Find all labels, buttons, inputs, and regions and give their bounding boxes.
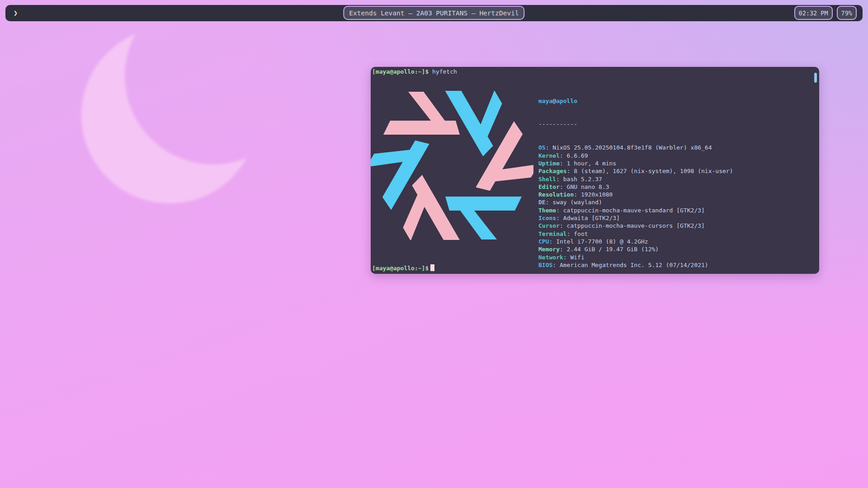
fetch-info-label: OS: [538, 144, 546, 151]
nixos-logo: [371, 91, 533, 240]
battery-module[interactable]: 79%: [837, 6, 857, 20]
chevron-right-icon[interactable]: ❯: [14, 5, 18, 21]
status-bar: ❯ Extends Levant – 2A03 PURITANS – Hertz…: [5, 5, 863, 21]
fetch-info-row: Shell: bash 5.2.37: [538, 175, 733, 183]
fetch-info-row: DE: sway (wayland): [538, 198, 733, 206]
fetch-info-label: Network: [538, 254, 563, 261]
fetch-info-label: Uptime: [538, 160, 560, 167]
fetch-info-label: CPU: [538, 238, 549, 245]
fetch-info-value: : GNU nano 8.3: [560, 183, 609, 190]
fetch-info-row: Icons: Adwaita [GTK2/3]: [538, 214, 733, 222]
shell-prompt: [maya@apollo:~]$: [372, 68, 429, 75]
shell-prompt: [maya@apollo:~]$: [372, 265, 429, 272]
terminal-window[interactable]: [maya@apollo:~]$ hyfetch maya@apollo ---…: [371, 67, 819, 274]
fetch-info-row: Editor: GNU nano 8.3: [538, 183, 733, 191]
clock-module[interactable]: 02:32 PM: [794, 6, 833, 20]
fetch-info-label: Resolution: [538, 191, 574, 198]
fetch-info-row: Packages: 8 (steam), 1627 (nix-system), …: [538, 167, 733, 175]
fetch-info-value: : catppuccin-mocha-mauve-cursors [GTK2/3…: [560, 222, 705, 229]
fetch-info-value: : 6.6.69: [560, 152, 588, 159]
fetch-title: maya@apollo: [538, 97, 733, 105]
fetch-info-value: : American Megatrends Inc. 5.12 (07/14/2…: [552, 262, 708, 268]
fetch-info-value: : catppuccin-mocha-mauve-standard [GTK2/…: [556, 207, 705, 214]
desktop: { "statusbar": { "chevron": "❯", "window…: [0, 0, 868, 488]
fetch-info-row: Network: Wifi: [538, 253, 733, 261]
fetch-info-value: : 868x488: [574, 191, 613, 198]
fetch-info-label: Terminal: [538, 230, 567, 237]
fetch-info-value: : Wifi: [563, 254, 585, 261]
fetch-info-row: Resolution: 868x488: [538, 191, 733, 198]
text-cursor: [430, 264, 434, 271]
nixos-logo-arm: [383, 92, 460, 135]
media-title-module[interactable]: Extends Levant – 2A03 PURITANS – HertzDe…: [343, 6, 524, 20]
fetch-info-row: BIOS: American Megatrends Inc. 5.12 (07/…: [538, 261, 733, 269]
fetch-info-label: Packages: [538, 168, 567, 174]
fetch-info-value: : 8 (steam), 1627 (nix-system), 1098 (ni…: [567, 168, 733, 174]
fetch-info-label: Theme: [538, 207, 556, 214]
fetch-info-row: CPU: Intel i7-7700 (8) @ 4.2GHz: [538, 238, 733, 245]
terminal-command-line: [maya@apollo:~]$ hyfetch: [372, 68, 457, 75]
fetch-info-row: Uptime: 1 hour, 4 mins: [538, 160, 733, 167]
fetch-info-value: : Intel i7-7700 (8) @ 4.2GHz: [549, 238, 648, 245]
fetch-info-row: Cursor: catppuccin-mocha-mauve-cursors […: [538, 222, 733, 230]
fetch-info-label: Shell: [538, 176, 556, 183]
fetch-info-row: Theme: catppuccin-mocha-mauve-standard […: [538, 206, 733, 214]
fetch-info-label: Editor: [538, 183, 560, 190]
fetch-info-value: : sway (wayland): [546, 199, 602, 206]
fetch-info-row: Terminal: foot: [538, 230, 733, 238]
scrollbar-thumb[interactable]: [814, 73, 817, 83]
fetch-info-label: Icons: [538, 215, 556, 221]
fetch-title-underline: -----------: [538, 120, 733, 128]
fetch-info-label: Cursor: [538, 222, 560, 229]
fetch-info-label: DE: [538, 199, 546, 206]
fetch-info-row: Memory: 2.44 GiB / 19.47 GiB (12%): [538, 245, 733, 253]
moon-crescent: [68, 18, 271, 212]
fetch-info-value: : foot: [567, 230, 588, 237]
fetch-info-value: : 1 hour, 4 mins: [560, 160, 616, 167]
fetch-info-row: OS: NixOS 25.05.20250104.8f3e1f8 (Warble…: [538, 144, 733, 151]
fetch-info-value: : 2.44 GiB / 19.47 GiB (12%): [560, 246, 659, 253]
fetch-info-label: BIOS: [538, 262, 552, 268]
fetch-info-rows: OS: NixOS 25.05.20250104.8f3e1f8 (Warble…: [538, 144, 733, 269]
fetch-info-value: : NixOS 25.05.20250104.8f3e1f8 (Warbler)…: [546, 144, 712, 151]
nixos-logo-arm: [445, 197, 522, 239]
fetch-info-value: : bash 5.2.37: [556, 176, 602, 183]
terminal-prompt-line[interactable]: [maya@apollo:~]$: [372, 264, 434, 272]
fetch-info-value: : Adwaita [GTK2/3]: [556, 215, 620, 221]
fetch-info-label: Kernel: [538, 152, 560, 159]
fetch-info-column: maya@apollo ----------- OS: NixOS 25.05.…: [538, 81, 733, 274]
fetch-info-row: Kernel: 6.6.69: [538, 152, 733, 160]
typed-command: hyfetch: [432, 68, 457, 75]
fetch-info-label: Memory: [538, 246, 560, 253]
